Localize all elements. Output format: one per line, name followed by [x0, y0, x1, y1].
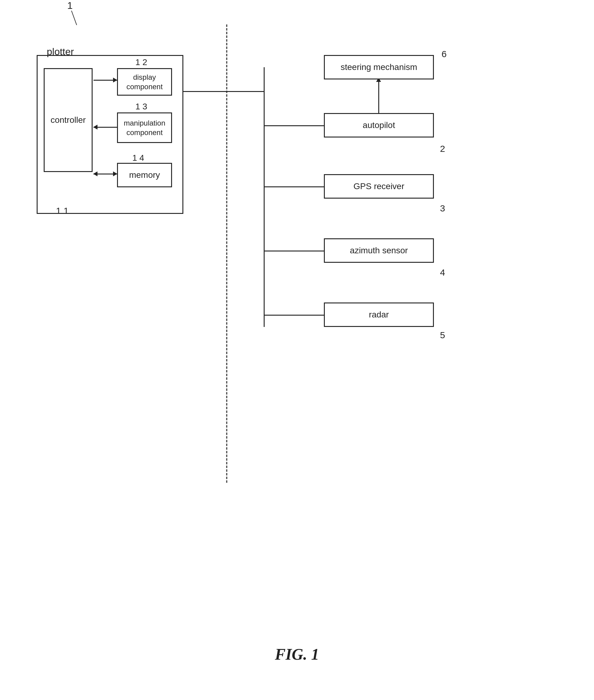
- plotter-box: plotter controller 1 1 1 2 displaycompon…: [37, 55, 183, 214]
- hline-radar: [264, 315, 324, 315]
- ref-number-3: 3: [440, 203, 445, 213]
- gps-receiver-label: GPS receiver: [354, 181, 404, 192]
- diagram-container: 1 plotter controller 1 1 1 2 displaycomp…: [18, 25, 574, 605]
- ref-number-14: 1 4: [132, 153, 144, 163]
- controller-label: controller: [51, 115, 86, 125]
- display-component-box: displaycomponent: [117, 68, 172, 96]
- plotter-label: plotter: [47, 46, 74, 58]
- gps-receiver-box: GPS receiver: [324, 174, 434, 199]
- ref-number-1: 1: [67, 0, 73, 11]
- arrow-memory-controller: [94, 173, 117, 174]
- ref-number-5: 5: [440, 330, 445, 340]
- hline-autopilot: [264, 125, 324, 126]
- azimuth-sensor-label: azimuth sensor: [350, 245, 408, 256]
- manipulation-component-label: manipulationcomponent: [124, 118, 165, 137]
- azimuth-sensor-box: azimuth sensor: [324, 238, 434, 263]
- display-component-label: displaycomponent: [127, 72, 163, 91]
- radar-label: radar: [369, 309, 389, 320]
- hline-azimuth: [264, 251, 324, 252]
- arrow-manipulation-to-controller: [94, 127, 117, 128]
- ref-line-1: [71, 11, 77, 25]
- arrow-autopilot-to-steering: [378, 78, 379, 113]
- ref-number-11: 1 1: [56, 206, 69, 216]
- arrow-controller-to-display: [94, 80, 117, 81]
- hline-display-to-right: [183, 91, 264, 92]
- steering-mechanism-box: steering mechanism: [324, 55, 434, 79]
- autopilot-label: autopilot: [363, 120, 395, 131]
- ref-number-13: 1 3: [135, 102, 147, 111]
- ref-number-6: 6: [441, 49, 447, 59]
- ref-number-4: 4: [440, 267, 445, 278]
- memory-box: memory: [117, 163, 172, 187]
- autopilot-box: autopilot: [324, 113, 434, 137]
- ref-number-12: 1 2: [135, 58, 147, 67]
- right-vertical-line: [264, 67, 265, 327]
- memory-label: memory: [129, 170, 160, 180]
- figure-label: FIG. 1: [275, 645, 319, 663]
- radar-box: radar: [324, 302, 434, 327]
- ref-number-2: 2: [440, 144, 445, 154]
- hline-gps: [264, 187, 324, 187]
- steering-mechanism-label: steering mechanism: [341, 62, 418, 73]
- controller-box: controller: [44, 68, 93, 172]
- manipulation-component-box: manipulationcomponent: [117, 112, 172, 143]
- vertical-divider: [226, 25, 227, 483]
